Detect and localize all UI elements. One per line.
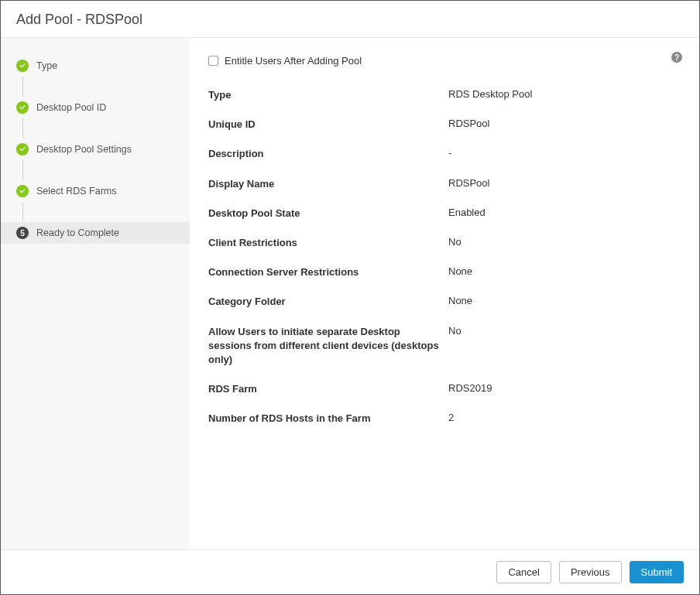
wizard-step-desktop-pool-id[interactable]: Desktop Pool ID: [16, 97, 190, 118]
check-icon: [16, 60, 29, 72]
summary-row-description: Description -: [208, 139, 681, 169]
summary-row-client-restrictions: Client Restrictions No: [208, 228, 681, 258]
submit-button[interactable]: Submit: [630, 561, 684, 583]
summary-value: Enabled: [448, 207, 486, 218]
summary-label: Allow Users to initiate separate Desktop…: [208, 325, 448, 368]
wizard-step-type[interactable]: Type: [16, 55, 190, 77]
summary-row-category-folder: Category Folder None: [208, 287, 681, 316]
wizard-step-ready-to-complete[interactable]: 5 Ready to Complete: [1, 222, 190, 244]
summary-label: Type: [208, 88, 448, 102]
wizard-step-select-rds-farms[interactable]: Select RDS Farms: [16, 180, 190, 202]
summary-row-rds-farm: RDS Farm RDS2019: [208, 374, 681, 404]
summary-label: Description: [208, 147, 448, 161]
wizard-step-desktop-pool-settings[interactable]: Desktop Pool Settings: [16, 138, 190, 160]
summary-label: Display Name: [208, 177, 448, 191]
wizard-step-label: Select RDS Farms: [36, 186, 117, 197]
step-connector: [22, 202, 23, 222]
help-icon[interactable]: ?: [671, 52, 682, 63]
step-connector: [22, 160, 23, 180]
summary-value: 2: [448, 412, 454, 423]
summary-value: RDSPool: [448, 177, 489, 189]
entitle-users-checkbox[interactable]: [208, 56, 218, 66]
wizard-content: ? Entitle Users After Adding Pool Type R…: [190, 38, 699, 549]
summary-value: -: [448, 147, 451, 159]
wizard-sidebar: Type Desktop Pool ID Desktop Pool Settin…: [1, 38, 190, 549]
dialog-body: Type Desktop Pool ID Desktop Pool Settin…: [1, 38, 699, 549]
wizard-step-label: Type: [36, 60, 57, 71]
dialog-title: Add Pool - RDSPool: [16, 12, 684, 28]
summary-row-display-name: Display Name RDSPool: [208, 169, 681, 199]
summary-row-unique-id: Unique ID RDSPool: [208, 110, 681, 139]
summary-value: No: [448, 325, 462, 337]
step-number-icon: 5: [16, 227, 29, 239]
summary-label: Client Restrictions: [208, 236, 448, 250]
cancel-button[interactable]: Cancel: [496, 561, 551, 583]
summary-label: Desktop Pool State: [208, 207, 448, 221]
wizard-step-label: Ready to Complete: [36, 227, 119, 238]
check-icon: [16, 185, 29, 197]
summary-row-allow-separate-sessions: Allow Users to initiate separate Desktop…: [208, 317, 681, 375]
check-icon: [16, 101, 29, 114]
entitle-users-checkbox-row: Entitle Users After Adding Pool: [208, 55, 681, 67]
summary-label: RDS Farm: [208, 382, 448, 396]
summary-label: Number of RDS Hosts in the Farm: [208, 412, 448, 426]
step-connector: [22, 77, 23, 97]
step-connector: [22, 118, 23, 138]
summary-value: No: [448, 236, 462, 248]
dialog-footer: Cancel Previous Submit: [1, 549, 699, 594]
wizard-step-label: Desktop Pool Settings: [36, 144, 132, 155]
previous-button[interactable]: Previous: [559, 561, 622, 583]
summary-row-num-rds-hosts: Number of RDS Hosts in the Farm 2: [208, 404, 681, 433]
check-icon: [16, 143, 29, 156]
summary-row-connection-server-restrictions: Connection Server Restrictions None: [208, 258, 681, 287]
summary-value: RDS2019: [448, 382, 492, 394]
summary-label: Category Folder: [208, 295, 448, 309]
summary-label: Connection Server Restrictions: [208, 265, 448, 279]
summary-label: Unique ID: [208, 118, 448, 132]
summary-value: RDSPool: [448, 118, 489, 129]
wizard-step-label: Desktop Pool ID: [36, 102, 106, 113]
summary-row-desktop-pool-state: Desktop Pool State Enabled: [208, 199, 681, 228]
add-pool-dialog: Add Pool - RDSPool Type Desktop Pool ID: [0, 0, 700, 595]
summary-row-type: Type RDS Desktop Pool: [208, 80, 681, 110]
dialog-header: Add Pool - RDSPool: [1, 1, 699, 38]
entitle-users-label: Entitle Users After Adding Pool: [225, 55, 362, 67]
summary-value: RDS Desktop Pool: [448, 88, 532, 100]
summary-value: None: [448, 295, 472, 306]
summary-value: None: [448, 265, 472, 277]
